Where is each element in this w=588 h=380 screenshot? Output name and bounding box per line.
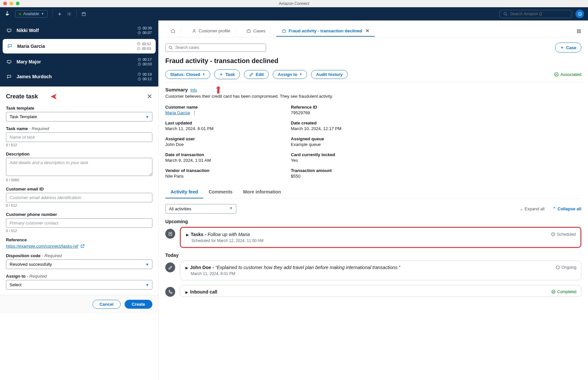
feed-card-task[interactable]: ▶Tasks - Follow up with Maria Scheduled …: [180, 227, 581, 248]
svg-rect-20: [579, 32, 581, 33]
contact-timer-2: 00:03: [142, 62, 152, 66]
status-dropdown[interactable]: Status: Closed▼: [165, 70, 210, 79]
feed-status-completed: Completed: [551, 289, 576, 294]
divider: [76, 10, 77, 17]
add-task-button[interactable]: ＋Task: [214, 69, 240, 79]
status-indicator-icon: [19, 13, 21, 15]
phone-input[interactable]: [6, 218, 152, 228]
app-logo[interactable]: [4, 10, 11, 18]
annotation-arrow-icon: ➤: [51, 92, 57, 101]
expand-all-button[interactable]: ⌄Expand all: [520, 206, 545, 211]
user-icon: [192, 28, 197, 33]
add-case-button[interactable]: ＋Case: [555, 43, 581, 52]
more-info-tab[interactable]: More information: [238, 186, 286, 198]
caret-down-icon: ▼: [299, 73, 302, 76]
calendar-button[interactable]: [81, 12, 86, 17]
phone-label: Customer phone number: [6, 212, 152, 217]
settings-button[interactable]: [67, 12, 72, 17]
comments-tab[interactable]: Comments: [203, 186, 238, 198]
email-input[interactable]: [6, 193, 152, 202]
reference-label: Reference: [6, 237, 152, 242]
edit-button[interactable]: Edit: [244, 70, 269, 79]
required-indicator: - Required: [29, 126, 49, 131]
customer-name-link[interactable]: Maria Garcia: [165, 110, 190, 115]
more-menu-icon[interactable]: ⋮: [192, 110, 197, 115]
help-button[interactable]: [575, 10, 584, 18]
expand-caret-icon[interactable]: ▶: [186, 233, 189, 237]
case-search[interactable]: [165, 44, 266, 52]
feed-card-call[interactable]: ▶Inbound call Completed: [180, 285, 581, 297]
contact-timer-1: 00:39: [142, 26, 152, 30]
external-link-icon: [80, 244, 85, 249]
contact-row[interactable]: Nikki Wolf 00:39 00:07: [0, 23, 158, 38]
description-input[interactable]: [6, 158, 152, 176]
customer-profile-tab[interactable]: Customer profile: [186, 25, 241, 37]
window-title: Amazon Connect: [0, 1, 588, 6]
layout-grid-button[interactable]: [576, 28, 581, 34]
create-button[interactable]: Create: [125, 300, 152, 309]
check-circle-icon: [554, 72, 559, 77]
required-indicator: - Required: [42, 253, 62, 258]
expand-caret-icon[interactable]: ▶: [185, 266, 188, 270]
task-name-label: Task name: [6, 126, 28, 131]
collapse-all-button[interactable]: ⌃Collapse all: [553, 206, 581, 211]
cancel-button[interactable]: Cancel: [93, 300, 121, 309]
briefcase-icon: [282, 28, 287, 33]
cases-tab[interactable]: Cases: [241, 25, 276, 37]
feed-status-ongoing: Ongoing: [555, 265, 576, 270]
activity-feed-tab[interactable]: Activity feed: [165, 186, 203, 198]
email-label: Customer email ID: [6, 187, 152, 191]
phone-counter: 0 / 512: [6, 229, 152, 233]
disposition-select[interactable]: Resolved successfully: [6, 259, 152, 269]
workspace-tabs: Customer profile Cases Fraud activity - …: [165, 25, 581, 37]
contact-row[interactable]: Mary Major 00:17 00:03: [0, 54, 158, 69]
task-template-select[interactable]: Task Template: [6, 112, 152, 121]
info-link[interactable]: Info: [190, 88, 197, 92]
agent-status-label: Available: [23, 12, 39, 16]
detail-label: Assigned user: [165, 136, 278, 141]
case-detail-tab[interactable]: Fraud activity - transaction declined✕: [276, 25, 375, 37]
detail-label: Date of transaction: [165, 152, 278, 157]
chevron-down-icon: ⌄: [520, 206, 523, 211]
assign-to-dropdown[interactable]: Assign to▼: [273, 70, 307, 79]
detail-label: Card currently locked: [291, 152, 403, 157]
svg-rect-18: [579, 30, 581, 31]
contact-row[interactable]: James Murdoch 00:19 00:12: [0, 69, 158, 84]
case-search-input[interactable]: [175, 45, 263, 50]
panel-heading: Create task: [6, 93, 38, 100]
add-button[interactable]: [57, 12, 62, 17]
divider: [52, 10, 53, 17]
detail-value: March 9, 2024, 1:01 AM: [165, 158, 278, 163]
close-panel-button[interactable]: ✕: [147, 92, 152, 100]
caret-down-icon: ▼: [202, 73, 205, 76]
task-template-label: Task template: [6, 106, 152, 111]
global-search-input[interactable]: [510, 12, 568, 16]
svg-point-14: [194, 29, 195, 31]
detail-label: Date created: [291, 121, 403, 125]
assign-to-select[interactable]: Select: [6, 280, 152, 290]
contact-name: Mary Major: [17, 59, 41, 64]
svg-rect-23: [169, 232, 172, 235]
global-search[interactable]: [499, 10, 572, 18]
tab-label: Cases: [253, 28, 265, 33]
detail-label: Transaction amount: [291, 168, 403, 173]
activity-filter-select[interactable]: All activities▼: [165, 204, 236, 214]
svg-point-0: [69, 13, 70, 15]
contact-row[interactable]: Maria Garcia 00:52 00:03: [3, 39, 156, 54]
detail-value: Nile Paris: [165, 174, 278, 179]
audit-history-button[interactable]: Audit history: [311, 70, 347, 79]
task-name-input[interactable]: [6, 132, 152, 142]
annotation-arrow-icon: ⬆: [214, 85, 222, 95]
search-icon: [168, 45, 173, 50]
home-tab[interactable]: [165, 25, 186, 37]
feed-group-today: Today: [165, 253, 581, 258]
close-tab-button[interactable]: ✕: [366, 28, 370, 33]
feed-card-note[interactable]: ▶John Doe - “Explained to customer how t…: [180, 260, 581, 280]
chat-icon: [7, 44, 13, 49]
agent-status-dropdown[interactable]: Available ▼: [15, 10, 48, 17]
required-indicator: - Required: [27, 274, 47, 279]
caret-down-icon: ▼: [229, 206, 233, 211]
contact-name: James Murdoch: [17, 74, 52, 79]
expand-caret-icon[interactable]: ▶: [185, 290, 188, 294]
reference-link[interactable]: https://example.com/connect/tasks-ref: [6, 244, 85, 249]
